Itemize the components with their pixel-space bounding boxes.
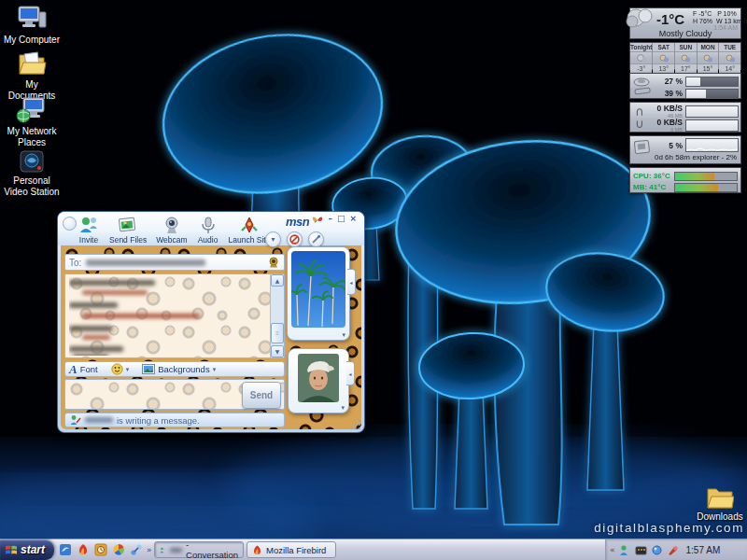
contact-display-picture-frame: ▾ xyxy=(287,246,350,341)
scroll-thumb[interactable]: ≡ xyxy=(271,323,284,343)
forecast-temp: 15° xyxy=(698,63,719,73)
desktop-icon-my-computer[interactable]: My Computer xyxy=(2,5,62,46)
my-documents-icon xyxy=(17,51,47,77)
tray-collapse-chevron[interactable]: « xyxy=(610,545,615,554)
to-field[interactable]: To: xyxy=(64,254,285,271)
audio-icon xyxy=(197,216,219,234)
typing-contact-name-blurred xyxy=(85,417,113,423)
blurred-message-line xyxy=(69,346,123,352)
sun-cloud-icon xyxy=(702,54,713,63)
tray-keyboard-icon[interactable] xyxy=(635,544,647,556)
chat-scrollbar[interactable]: ▲ ≡ ▼ xyxy=(270,274,284,357)
forecast-day: MON xyxy=(698,43,719,52)
tray-rocket-icon[interactable] xyxy=(667,544,679,556)
disk-d-bar xyxy=(685,89,739,99)
net-up-total: 6 MB xyxy=(651,127,683,133)
upload-arrow-icon: ∪ xyxy=(635,117,644,131)
cpu-panel: 5 % 0d 6h 58m explorer - 2% xyxy=(629,135,741,164)
pen-button[interactable] xyxy=(308,231,324,247)
desktop-icon-my-documents[interactable]: My Documents xyxy=(2,51,62,102)
net-down-graph xyxy=(685,105,739,118)
audio-label: Audio xyxy=(198,235,218,245)
typing-status-text: is writing a message. xyxy=(117,415,200,426)
sun-cloud-icon xyxy=(658,54,669,63)
start-button[interactable]: start xyxy=(0,539,54,560)
blurred-message-line xyxy=(69,302,118,308)
blurred-message-line xyxy=(82,314,200,318)
start-label: start xyxy=(21,543,45,556)
forecast-day: TUE xyxy=(719,43,740,52)
task-label: - Conversation xyxy=(186,539,238,560)
forecast-day: Tonight xyxy=(630,43,652,52)
close-button[interactable]: × xyxy=(349,214,357,223)
backgrounds-dropdown-chevron[interactable]: ▾ xyxy=(213,366,217,373)
audio-button[interactable]: Audio xyxy=(192,214,224,245)
maximize-button[interactable]: □ xyxy=(337,214,345,223)
cpu-temp-bar xyxy=(674,172,738,181)
desktop-icon-my-network-places[interactable]: My Network Places xyxy=(2,96,62,148)
window-resize-grip[interactable] xyxy=(350,419,360,429)
disk-c-percent: 27 % xyxy=(651,77,685,86)
send-button[interactable]: Send xyxy=(242,382,281,409)
backgrounds-button[interactable]: Backgrounds xyxy=(158,364,209,374)
sun-cloud-icon xyxy=(680,54,691,63)
launch-site-label: Launch Site xyxy=(229,235,271,245)
contact-picture-options-chevron[interactable]: ▾ xyxy=(342,331,345,339)
emoticon-icon[interactable] xyxy=(111,363,123,375)
send-files-icon xyxy=(117,216,139,234)
blurred-message-line xyxy=(82,290,148,295)
contact-picture-collapse-tab[interactable]: ◂ xyxy=(347,269,356,295)
weather-condition: Mostly Cloudy xyxy=(643,29,727,38)
emoticon-dropdown-chevron[interactable]: ▾ xyxy=(126,366,130,373)
firebird-task-icon xyxy=(252,545,262,555)
header-round-buttons: ▾ xyxy=(265,231,324,247)
quick-launch-mail-icon[interactable] xyxy=(93,543,107,557)
mb-temp: MB: 41°C xyxy=(633,183,674,191)
msn-logo: msn xyxy=(286,215,323,229)
quick-launch-firebird-icon[interactable] xyxy=(76,543,90,557)
quick-launch-overflow-chevron[interactable]: » xyxy=(147,545,152,554)
cpu-chip-icon xyxy=(633,139,652,156)
tray-network-icon[interactable] xyxy=(651,544,663,556)
quick-launch-browser-icon[interactable] xyxy=(58,543,72,557)
task-button-mozilla-firebird[interactable]: Mozilla Firebird xyxy=(247,541,336,558)
pen-icon xyxy=(311,234,321,245)
forecast-day: SAT xyxy=(653,43,674,52)
forecast-temp: 13° xyxy=(653,63,674,73)
font-button[interactable]: Font xyxy=(80,364,98,374)
quick-launch-link-icon[interactable] xyxy=(129,543,143,557)
tray-messenger-icon[interactable] xyxy=(619,544,631,556)
self-picture-options-chevron[interactable]: ▾ xyxy=(341,404,345,412)
to-webcam-icon[interactable] xyxy=(267,257,280,268)
msn-butterfly-icon xyxy=(312,215,323,225)
desktop-icon-personal-video-station[interactable]: Personal Video Station xyxy=(2,149,62,198)
task-button-conversation[interactable]: - Conversation xyxy=(154,541,244,558)
scroll-down-button[interactable]: ▼ xyxy=(271,345,284,357)
system-tray: « 1:57 AM xyxy=(605,539,747,560)
net-down-rate: 0 KB/S xyxy=(651,104,683,113)
webcam-button[interactable]: Webcam xyxy=(151,214,191,245)
messenger-toolbar: Invite Send Files Webcam xyxy=(73,214,275,245)
self-display-picture-frame: ▾ xyxy=(288,348,349,413)
desktop-icon-downloads[interactable]: Downloads xyxy=(693,487,747,523)
scroll-up-button[interactable]: ▲ xyxy=(271,274,284,287)
disk-d-percent: 39 % xyxy=(651,89,685,98)
block-button[interactable] xyxy=(287,231,303,247)
font-a-icon: A xyxy=(69,362,78,377)
block-icon xyxy=(289,234,300,245)
chat-history[interactable]: ▲ ≡ ▼ xyxy=(64,273,285,358)
webcam-icon xyxy=(161,216,183,234)
invite-button[interactable]: Invite xyxy=(73,214,105,245)
send-files-button[interactable]: Send Files xyxy=(105,214,151,245)
minimize-button[interactable]: – xyxy=(328,214,332,223)
message-input[interactable]: Send xyxy=(64,379,285,410)
options-chevron-button[interactable]: ▾ xyxy=(265,231,281,247)
quick-launch-media-icon[interactable] xyxy=(111,543,125,557)
messenger-conversation-window: Invite Send Files Webcam xyxy=(57,211,365,433)
typing-indicator-icon xyxy=(69,414,81,426)
desktop-icon-label: My Network Places xyxy=(7,126,57,147)
send-files-label: Send Files xyxy=(109,235,147,245)
self-picture-collapse-tab[interactable]: ◂ xyxy=(346,361,355,385)
blurred-message-line xyxy=(69,326,112,331)
personal-video-station-icon xyxy=(19,149,45,174)
